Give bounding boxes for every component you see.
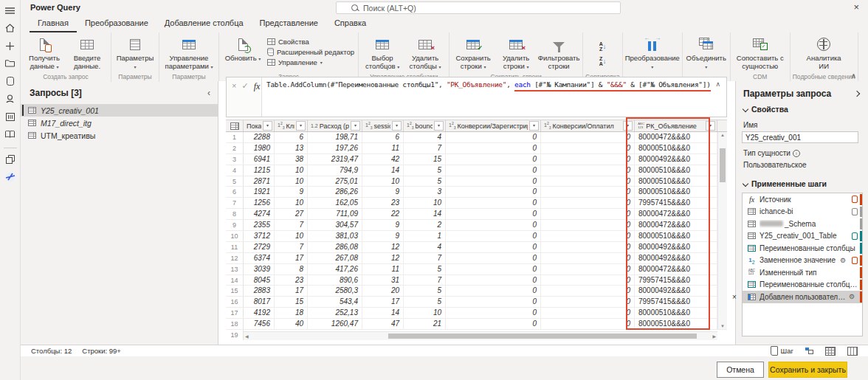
step-navigation-db[interactable]: ichance-bi xyxy=(743,206,862,218)
cell[interactable]: 0 xyxy=(541,275,635,286)
cell[interactable]: 14 xyxy=(362,308,404,318)
filter-dropdown-icon[interactable]: ▾ xyxy=(434,121,444,131)
cell[interactable]: 3039 xyxy=(244,264,275,274)
cell[interactable]: 80000510&&&0 xyxy=(635,165,717,176)
filter-dropdown-icon[interactable]: ▾ xyxy=(263,121,272,131)
cell[interactable]: 7 xyxy=(404,275,446,286)
cell[interactable]: 417,26 xyxy=(308,264,362,274)
cell[interactable]: 79957415&&&0 xyxy=(635,198,717,208)
tab-представление[interactable]: Представление xyxy=(252,15,326,32)
step-changed-type[interactable]: ABC123Измененный тип xyxy=(743,266,862,279)
filter-dropdown-icon[interactable]: ▾ xyxy=(351,121,360,131)
applied-steps-section-header[interactable]: Примененные шаги xyxy=(736,173,868,190)
tab-главная[interactable]: Главная xyxy=(30,15,77,32)
cell[interactable]: 0 xyxy=(446,231,541,241)
step-added-custom-column[interactable]: ×Добавлен пользовательски...⚙ xyxy=(743,291,862,303)
cell[interactable]: 22 xyxy=(362,209,404,219)
cell[interactable]: 0 xyxy=(541,264,635,274)
column-header-7[interactable]: 123Конверсии/Оплатил▾ xyxy=(541,120,635,131)
cell[interactable]: 7456 xyxy=(244,319,275,329)
layers-icon[interactable] xyxy=(4,153,17,166)
cell[interactable]: 0 xyxy=(446,143,541,153)
cell[interactable]: 0 xyxy=(446,132,541,142)
cell[interactable]: 5 xyxy=(404,264,446,274)
cell[interactable]: 12 xyxy=(362,253,404,263)
cell[interactable]: 0 xyxy=(446,308,541,318)
cell[interactable]: 80000472&&&0 xyxy=(635,132,717,142)
cell[interactable]: 15 xyxy=(404,154,446,165)
cell[interactable]: 0 xyxy=(446,319,541,329)
add-icon[interactable] xyxy=(4,39,17,52)
column-header-2[interactable]: 123Клики▾ xyxy=(275,120,308,131)
cell[interactable]: 1980 xyxy=(244,143,275,153)
cell[interactable]: 2871 xyxy=(244,176,275,187)
column-header-8[interactable]: ABC123РК_Объявление▾ xyxy=(635,120,717,131)
cell[interactable]: 0 xyxy=(541,165,635,176)
cell[interactable]: 12 xyxy=(362,242,404,252)
cell[interactable]: 162,05 xyxy=(308,198,362,208)
cell[interactable]: 80000472&&&0 xyxy=(635,209,717,219)
catalog-icon[interactable] xyxy=(4,128,17,141)
step-renamed-columns-1[interactable]: Переименованные столбцы1 xyxy=(743,279,862,291)
cell[interactable]: 0 xyxy=(446,297,541,307)
app-logo-icon[interactable] xyxy=(4,170,17,184)
cell[interactable]: 286,26 xyxy=(308,187,362,197)
collapse-pane-icon[interactable]: ‹ xyxy=(207,88,210,98)
home-icon[interactable] xyxy=(4,21,17,35)
cell[interactable]: 1260,47 xyxy=(308,319,362,329)
cell[interactable]: 5 xyxy=(404,176,446,187)
cell[interactable]: 80000492&&&0 xyxy=(635,154,717,165)
properties-button[interactable]: Свойства xyxy=(267,37,354,46)
step-navigation-schema[interactable]: _Schema xyxy=(743,218,862,230)
advanced-editor-button[interactable]: Расширенный редактор xyxy=(267,47,354,57)
cell[interactable]: 9 xyxy=(362,231,404,241)
cell[interactable]: 40 xyxy=(275,319,308,329)
cell[interactable]: 10 xyxy=(275,165,308,176)
column-header-3[interactable]: 1.2Расход (руб.)▾ xyxy=(308,120,362,131)
cell[interactable]: 5 xyxy=(404,165,446,176)
map-to-entity-button[interactable]: ✓Сопоставить с сущностью xyxy=(733,35,788,72)
cell[interactable]: 304,57 xyxy=(308,220,362,230)
cell[interactable]: 17 xyxy=(362,297,404,307)
cell[interactable]: 794,9 xyxy=(308,165,362,176)
formula-input[interactable]: Table.AddColumn(#"Переименованные столбц… xyxy=(262,77,726,117)
cell[interactable]: 80000492&&&0 xyxy=(635,253,717,263)
cell[interactable]: 0 xyxy=(541,286,635,296)
discard-formula-icon[interactable]: × xyxy=(232,81,236,117)
cell[interactable]: 0 xyxy=(541,143,635,153)
cell[interactable]: 21 xyxy=(404,319,446,329)
query-item[interactable]: Y25_creativ_001 xyxy=(21,104,218,117)
step-settings-gear-icon[interactable]: ⚙ xyxy=(849,293,855,300)
cell[interactable]: 80000510&&&0 xyxy=(635,187,717,197)
cell[interactable]: 6 xyxy=(275,132,308,142)
cell[interactable]: 0 xyxy=(541,176,635,187)
cell[interactable]: 0 xyxy=(541,220,635,230)
get-data-button[interactable]: Получить данные ▾ xyxy=(23,35,66,72)
account-icon[interactable] xyxy=(4,92,17,106)
step-settings-gear-icon[interactable]: ⚙ xyxy=(840,257,846,264)
cell[interactable]: 11 xyxy=(362,264,404,274)
close-icon[interactable]: × xyxy=(853,1,859,13)
scrollbar-thumb[interactable] xyxy=(720,148,726,182)
remove-rows-button[interactable]: ×Удалить строки ▾ xyxy=(495,35,537,72)
cell[interactable]: 1256 xyxy=(244,198,275,208)
cell[interactable]: 9 xyxy=(275,187,308,197)
cell[interactable]: 6 xyxy=(362,132,404,142)
cell[interactable]: 80000510&&&0 xyxy=(635,308,717,318)
step-view-button[interactable]: Шаг xyxy=(771,346,793,356)
step-replaced-value[interactable]: 12Замененное значение⚙ xyxy=(743,255,862,267)
filter-dropdown-icon[interactable]: ▾ xyxy=(529,121,539,131)
cell[interactable]: 0 xyxy=(446,275,541,286)
grid-corner-cell[interactable] xyxy=(226,120,244,131)
cell[interactable]: 2319,47 xyxy=(308,154,362,165)
cell[interactable]: 5 xyxy=(404,297,446,307)
cell[interactable]: 0 xyxy=(541,319,635,329)
cell[interactable]: 0 xyxy=(541,242,635,252)
cell[interactable]: 79957415&&&0 xyxy=(635,297,717,307)
cell[interactable]: 14 xyxy=(362,165,404,176)
filter-dropdown-icon[interactable]: ▾ xyxy=(296,121,306,131)
cell[interactable]: 80000472&&&0 xyxy=(635,264,717,274)
cell[interactable]: 0 xyxy=(446,154,541,165)
cell[interactable]: 7 xyxy=(275,220,308,230)
expand-panel-icon[interactable] xyxy=(854,91,860,97)
